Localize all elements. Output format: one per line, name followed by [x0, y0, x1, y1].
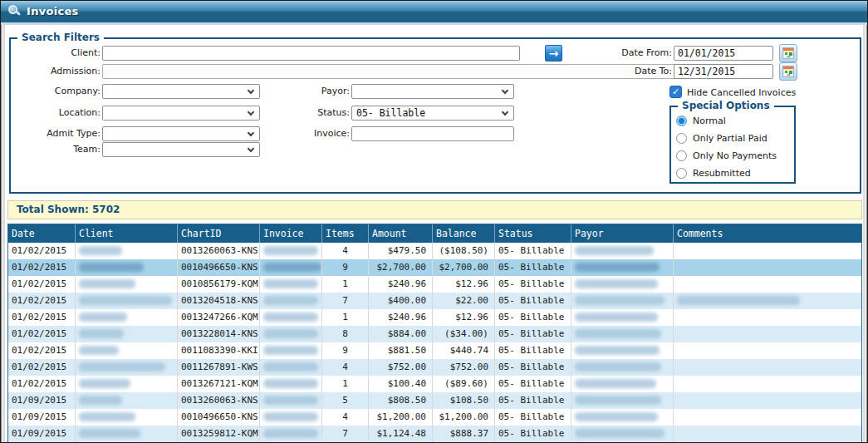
- cell-client: [76, 243, 178, 259]
- radio-label: Only No Payments: [693, 150, 777, 161]
- cell-invoice: [260, 392, 322, 409]
- radio-icon[interactable]: [676, 168, 687, 179]
- column-header-status[interactable]: Status: [495, 224, 571, 243]
- table-row[interactable]: 01/02/20150010496650-KNS9$2,700.00$2,700…: [8, 259, 861, 276]
- table-row[interactable]: 01/02/20150013228014-KNS8$884.00($34.00)…: [8, 326, 861, 342]
- cell-invoice: [260, 259, 322, 276]
- date-to-input[interactable]: [674, 64, 773, 79]
- cell-amount: $2,700.00: [369, 259, 433, 276]
- column-header-amount[interactable]: Amount: [369, 224, 433, 243]
- cell-comments: [674, 359, 861, 376]
- cell-payor: [571, 376, 674, 392]
- invoice-input[interactable]: [351, 126, 514, 141]
- admit-type-label: Admit Type:: [11, 128, 101, 139]
- cell-client: [76, 276, 178, 293]
- payor-label: Payor:: [260, 86, 350, 96]
- redacted-text: [575, 396, 661, 405]
- cell-status: 05- Billable: [495, 276, 571, 293]
- redacted-text: [575, 329, 661, 338]
- hide-cancelled-checkbox[interactable]: [669, 86, 682, 98]
- redacted-text: [575, 279, 658, 288]
- payor-select[interactable]: [351, 84, 514, 99]
- radio-icon[interactable]: [676, 150, 687, 161]
- redacted-text: [263, 396, 318, 405]
- table-row[interactable]: 01/02/20150013247266-KQM1$240.96$12.9605…: [8, 309, 861, 326]
- radio-option-only-no-payments[interactable]: Only No Payments: [676, 147, 792, 165]
- redacted-text: [575, 263, 660, 272]
- invoices-table: DateClientChartIDInvoiceItemsAmountBalan…: [7, 224, 862, 443]
- cell-chart_id: 0013260063-KNS: [178, 243, 260, 259]
- radio-option-resubmitted[interactable]: Resubmitted: [676, 165, 792, 182]
- total-shown-bar: Total Shown: 5702: [7, 200, 862, 219]
- cell-balance: $12.96: [433, 276, 495, 293]
- column-header-invoice[interactable]: Invoice: [260, 224, 322, 243]
- search-go-button[interactable]: →: [545, 45, 562, 62]
- cell-items: 7: [322, 426, 369, 442]
- table-row[interactable]: 01/09/20150010496650-KNS4$1,200.00$1,200…: [8, 409, 861, 426]
- cell-invoice: [260, 359, 322, 376]
- column-header-chart_id[interactable]: ChartID: [178, 224, 260, 243]
- total-shown-label: Total Shown: 5702: [17, 204, 120, 215]
- cell-payor: [571, 309, 674, 326]
- radio-option-only-partial-paid[interactable]: Only Partial Paid: [676, 130, 792, 147]
- column-header-items[interactable]: Items: [322, 224, 369, 243]
- cell-invoice: [260, 326, 322, 342]
- cell-comments: [674, 409, 861, 426]
- redacted-text: [79, 263, 144, 272]
- cell-status: 05- Billable: [495, 392, 571, 409]
- redacted-text: [79, 296, 172, 305]
- radio-icon[interactable]: [676, 133, 687, 144]
- column-header-comments[interactable]: Comments: [674, 224, 861, 243]
- cell-chart_id: 0010856179-KQM: [178, 276, 260, 293]
- date-from-input[interactable]: [674, 46, 773, 61]
- cell-items: 8: [322, 326, 369, 342]
- status-label: Status:: [260, 107, 350, 118]
- redacted-text: [575, 296, 664, 305]
- date-from-calendar-button[interactable]: [779, 44, 797, 62]
- cell-payor: [571, 259, 674, 276]
- cell-chart_id: 0013204518-KNS: [178, 293, 260, 309]
- cell-comments: [674, 392, 861, 409]
- team-select[interactable]: [102, 142, 260, 157]
- admit-type-select[interactable]: [102, 126, 260, 141]
- redacted-text: [575, 412, 658, 421]
- table-row[interactable]: 01/09/20150013259812-KQM7$1,124.48$888.3…: [8, 426, 861, 442]
- cell-date: 01/02/2015: [8, 309, 76, 326]
- cell-items: 4: [322, 243, 369, 259]
- column-header-date[interactable]: Date: [8, 224, 76, 243]
- table-row[interactable]: 01/02/20150011083390-KKI9$881.50$440.740…: [8, 342, 861, 359]
- location-label: Location:: [11, 107, 101, 118]
- date-to-calendar-button[interactable]: [779, 62, 797, 81]
- status-select[interactable]: 05- Billable: [351, 106, 514, 121]
- location-select[interactable]: [102, 106, 260, 121]
- table-row[interactable]: 01/02/20150013260063-KNS4$479.50($108.50…: [8, 243, 861, 259]
- cell-payor: [571, 342, 674, 359]
- company-select[interactable]: [102, 84, 260, 99]
- redacted-text: [263, 296, 318, 305]
- radio-option-normal[interactable]: Normal: [676, 112, 792, 130]
- cell-date: 01/09/2015: [8, 392, 76, 409]
- table-row[interactable]: 01/02/20150013267121-KQM1$100.40($89.60)…: [8, 376, 861, 392]
- cell-payor: [571, 293, 674, 309]
- special-options-list: NormalOnly Partial PaidOnly No PaymentsR…: [676, 112, 792, 182]
- chevron-down-icon: [502, 87, 508, 94]
- cell-comments: [674, 376, 861, 392]
- cell-balance: $888.37: [433, 426, 495, 442]
- table-row[interactable]: 01/02/20150010856179-KQM1$240.96$12.9605…: [8, 276, 861, 293]
- redacted-text: [263, 313, 318, 322]
- column-header-client[interactable]: Client: [76, 224, 178, 243]
- window-titlebar: Invoices: [1, 1, 867, 22]
- redacted-text: [263, 362, 318, 372]
- client-input[interactable]: [102, 46, 520, 61]
- table-row[interactable]: 01/02/20150011267891-KWS4$752.00$752.000…: [8, 359, 861, 376]
- cell-balance: ($89.60): [433, 376, 495, 392]
- cell-balance: $752.00: [433, 359, 495, 376]
- radio-icon[interactable]: [676, 116, 687, 126]
- table-row[interactable]: 01/09/20150013260063-KNS5$808.50$108.500…: [8, 392, 861, 409]
- cell-comments: [674, 276, 861, 293]
- table-row[interactable]: 01/02/20150013204518-KNS7$400.00$22.0005…: [8, 293, 861, 309]
- cell-payor: [571, 276, 674, 293]
- column-header-balance[interactable]: Balance: [433, 224, 495, 243]
- column-header-payor[interactable]: Payor: [571, 224, 674, 243]
- cell-client: [76, 259, 178, 276]
